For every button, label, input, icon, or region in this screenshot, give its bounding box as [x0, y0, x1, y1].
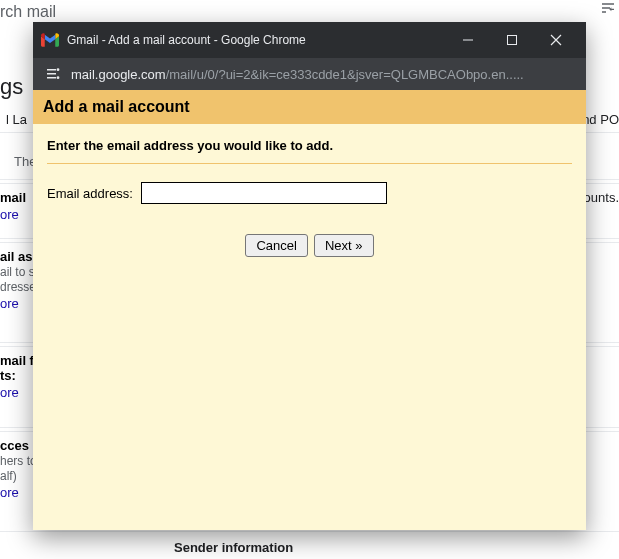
svg-point-6	[57, 76, 60, 79]
site-info-icon[interactable]	[45, 66, 61, 82]
address-bar[interactable]: mail.google.com/mail/u/0/?ui=2&ik=ce333c…	[33, 58, 586, 90]
dialog-header: Add a mail account	[33, 90, 586, 124]
sender-information-label: Sender information	[174, 540, 293, 555]
tune-icon[interactable]	[600, 0, 616, 16]
url-text: mail.google.com/mail/u/0/?ui=2&ik=ce333c…	[71, 67, 574, 82]
section-label: mail f	[0, 353, 34, 368]
svg-rect-0	[463, 40, 473, 41]
popup-window: Gmail - Add a mail account - Google Chro…	[33, 22, 586, 530]
maximize-button[interactable]	[490, 22, 534, 58]
window-title: Gmail - Add a mail account - Google Chro…	[67, 33, 438, 47]
next-button[interactable]: Next »	[314, 234, 374, 257]
email-input[interactable]	[141, 182, 387, 204]
url-path: /mail/u/0/?ui=2&ik=ce333cdde1&jsver=QLGM…	[166, 67, 524, 82]
settings-heading-fragment: gs	[0, 74, 23, 100]
gmail-icon	[41, 33, 59, 47]
svg-rect-3	[47, 73, 56, 75]
minimize-button[interactable]	[446, 22, 490, 58]
svg-rect-4	[47, 77, 56, 79]
cancel-button[interactable]: Cancel	[245, 234, 307, 257]
url-host: mail.google.com	[71, 67, 166, 82]
divider	[47, 163, 572, 164]
svg-rect-1	[508, 36, 517, 45]
email-label: Email address:	[47, 186, 133, 201]
tab-fragment-left: l La	[6, 112, 27, 127]
text-fragment: ounts.	[584, 190, 619, 205]
section-sub: alf)	[0, 469, 17, 483]
dialog-instruction: Enter the email address you would like t…	[47, 134, 572, 161]
section-sub: hers to	[0, 454, 37, 468]
dialog-content: Add a mail account Enter the email addre…	[33, 90, 586, 530]
close-button[interactable]	[534, 22, 578, 58]
section-label: mail	[0, 190, 26, 205]
search-text-fragment: rch mail	[0, 3, 56, 21]
section-label: ts:	[0, 368, 16, 383]
section-label: ail as	[0, 249, 33, 264]
section-sub: ail to s	[0, 265, 35, 279]
svg-rect-2	[47, 69, 56, 71]
section-label: cces	[0, 438, 29, 453]
window-titlebar: Gmail - Add a mail account - Google Chro…	[33, 22, 586, 58]
tab-fragment-right: nd PO	[582, 112, 619, 127]
svg-point-5	[57, 68, 60, 71]
section-sub: dresse	[0, 280, 36, 294]
